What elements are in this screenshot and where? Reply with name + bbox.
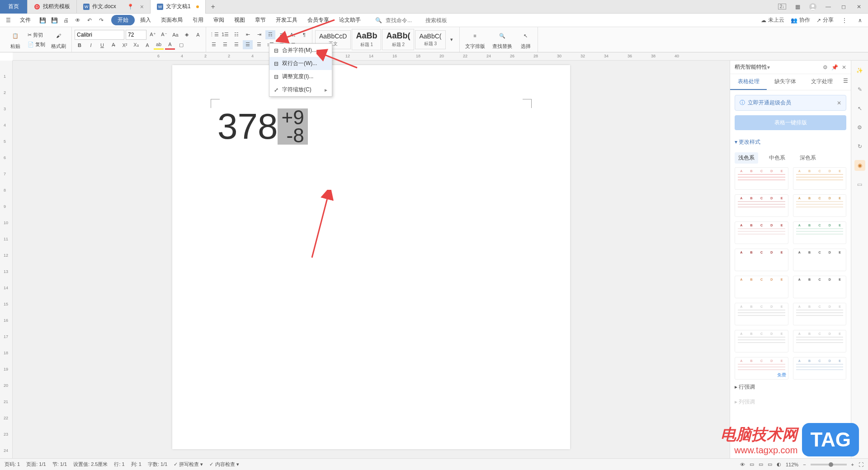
template-item[interactable]: ABCDE <box>793 330 847 352</box>
template-item[interactable]: ABCDE <box>793 303 847 325</box>
menu-ref[interactable]: 引用 <box>188 14 208 26</box>
panel-tab-more[interactable]: ☰ <box>840 74 851 90</box>
align-center-button[interactable]: ☰ <box>220 40 230 49</box>
template-item[interactable]: ABCDE <box>735 303 788 325</box>
sidebar-docer-icon[interactable]: ◉ <box>854 160 865 171</box>
highlight-button[interactable]: ab <box>154 41 164 50</box>
preview-icon[interactable]: 👁 <box>73 16 82 25</box>
bold-button[interactable]: B <box>75 41 85 50</box>
decrease-indent-button[interactable]: ⇤ <box>243 30 253 39</box>
menu-vip[interactable]: 会员专享 <box>303 14 334 26</box>
zoom-out-button[interactable]: − <box>803 462 806 467</box>
vip-notice[interactable]: ⓘ 立即开通超级会员 ✕ <box>735 95 846 111</box>
coop-button[interactable]: 👥协作 <box>791 16 810 24</box>
settings-icon[interactable]: ⚙ <box>823 64 828 70</box>
document-area[interactable]: 378+9-8 <box>13 61 730 458</box>
view-outline-icon[interactable]: ▭ <box>768 461 772 467</box>
more-icon[interactable]: ⋮ <box>840 16 849 25</box>
style-h2[interactable]: AaBb(标题 2 <box>382 29 414 50</box>
cloud-status[interactable]: ☁未上云 <box>761 16 784 24</box>
tab-close-icon[interactable]: × <box>140 3 144 10</box>
menu-dev[interactable]: 开发工具 <box>271 14 302 26</box>
paste-button[interactable]: 📋 粘贴 <box>6 28 24 51</box>
template-item[interactable]: ABCDE <box>735 167 788 190</box>
zoom-in-button[interactable]: + <box>851 462 854 467</box>
tab-stop-button[interactable]: ⇄ <box>277 30 287 39</box>
fullscreen-icon[interactable]: ⛶ <box>859 462 863 467</box>
menu-paper[interactable]: 论文助手 <box>335 14 365 26</box>
share-button[interactable]: ↗分享 <box>816 16 834 24</box>
panel-tab-text[interactable]: 文字处理 <box>803 74 840 90</box>
status-chars[interactable]: 字数: 1/1 <box>148 461 167 468</box>
notice-close-icon[interactable]: ✕ <box>837 100 841 106</box>
ruler-horizontal[interactable]: 642246810121416182022242628303234363840 <box>13 52 868 61</box>
menu-view[interactable]: 视图 <box>230 14 250 26</box>
color-tab-light[interactable]: 浅色系 <box>735 152 758 164</box>
tab-doc2[interactable]: W 文字文稿1 <box>151 0 206 14</box>
grow-font-button[interactable]: A⁺ <box>148 30 158 39</box>
dropdown-two-lines[interactable]: ⊟双行合一(W)... <box>269 57 332 70</box>
search-command-input[interactable] <box>386 17 422 24</box>
status-position[interactable]: 设置值: 2.5厘米 <box>73 461 108 468</box>
cut-button[interactable]: ✂剪切 <box>26 31 47 39</box>
saveas-icon[interactable]: 💾 <box>50 16 59 25</box>
redo-icon[interactable]: ↷ <box>97 16 106 25</box>
section-row-emphasis[interactable]: ▸ 行强调 <box>735 380 846 395</box>
asian-layout-button[interactable]: ☶ <box>265 30 275 39</box>
status-section[interactable]: 节: 1/1 <box>52 461 67 468</box>
bullets-button[interactable]: ⋮☰ <box>209 30 219 39</box>
minimize-button[interactable]: — <box>823 1 834 12</box>
phonetic-button[interactable]: A <box>193 30 203 39</box>
copy-button[interactable]: 📄复制 <box>26 40 47 49</box>
change-case-button[interactable]: Aa <box>170 30 180 39</box>
color-tab-dark[interactable]: 深色系 <box>796 152 820 164</box>
template-item[interactable]: ABCDE <box>735 221 788 244</box>
format-painter-button[interactable]: 🖌 格式刷 <box>48 28 69 51</box>
tab-doc1[interactable]: W 作文.docx 📍 × <box>77 0 151 14</box>
superscript-button[interactable]: X² <box>120 41 130 50</box>
status-col[interactable]: 列: 1 <box>131 461 142 468</box>
dropdown-adjust-width[interactable]: ⊟调整宽度(I)... <box>269 70 332 83</box>
status-page[interactable]: 页面: 1/1 <box>26 461 46 468</box>
menu-layout[interactable]: 页面布局 <box>156 14 187 26</box>
menu-start[interactable]: 开始 <box>111 15 135 25</box>
section-change-style[interactable]: ▾ 更改样式 <box>735 136 846 149</box>
template-item[interactable]: ABCDE <box>735 276 788 298</box>
text-layout-button[interactable]: ≡文字排版 <box>462 28 488 51</box>
template-item[interactable]: ABCDE <box>793 249 847 271</box>
clear-format-button[interactable]: ◈ <box>182 30 192 39</box>
status-pagenum[interactable]: 页码: 1 <box>5 461 20 468</box>
titlebar-grid-icon[interactable]: ▦ <box>792 1 803 12</box>
zoom-slider[interactable] <box>811 464 847 465</box>
collapse-ribbon-icon[interactable]: ∧ <box>855 16 864 25</box>
tab-add-button[interactable]: + <box>206 3 221 11</box>
sidebar-refresh-icon[interactable]: ↻ <box>854 141 865 152</box>
search-template-input[interactable] <box>425 17 462 24</box>
ruler-vertical[interactable]: 123456789101112131415161718192021222324 <box>0 61 13 458</box>
menu-review[interactable]: 审阅 <box>209 14 229 26</box>
document-text[interactable]: 378+9-8 <box>217 106 525 147</box>
dropdown-merge-chars[interactable]: ⊟合并字符(M)... <box>269 44 332 57</box>
sidebar-book-icon[interactable]: ▭ <box>854 179 865 190</box>
view-dark-icon[interactable]: ◐ <box>777 461 781 467</box>
numbering-button[interactable]: 1☰ <box>220 30 230 39</box>
menu-file[interactable]: 文件 <box>15 14 35 26</box>
sort-button[interactable]: A↓ <box>288 30 298 39</box>
align-left-button[interactable]: ☰ <box>209 40 219 49</box>
underline-button[interactable]: U <box>97 41 107 50</box>
panel-tab-table[interactable]: 表格处理 <box>730 74 767 90</box>
template-item[interactable]: ABCDE <box>735 330 788 352</box>
font-effect-button[interactable]: A <box>142 41 152 50</box>
tab-home[interactable]: 首页 <box>0 0 28 14</box>
shrink-font-button[interactable]: A⁻ <box>159 30 169 39</box>
multilevel-button[interactable]: ☷ <box>231 30 241 39</box>
sidebar-pen-icon[interactable]: ✎ <box>854 84 865 95</box>
status-content[interactable]: ✓ 内容检查 ▾ <box>209 461 239 468</box>
pin-icon[interactable]: 📌 <box>831 64 838 70</box>
menu-insert[interactable]: 插入 <box>136 14 156 26</box>
template-item[interactable]: ABCDE <box>735 194 788 217</box>
section-col-emphasis[interactable]: ▸ 列强调 <box>735 395 846 409</box>
panel-tab-font[interactable]: 缺失字体 <box>767 74 803 90</box>
color-tab-mid[interactable]: 中色系 <box>765 152 789 164</box>
print-icon[interactable]: 🖨 <box>61 16 71 25</box>
